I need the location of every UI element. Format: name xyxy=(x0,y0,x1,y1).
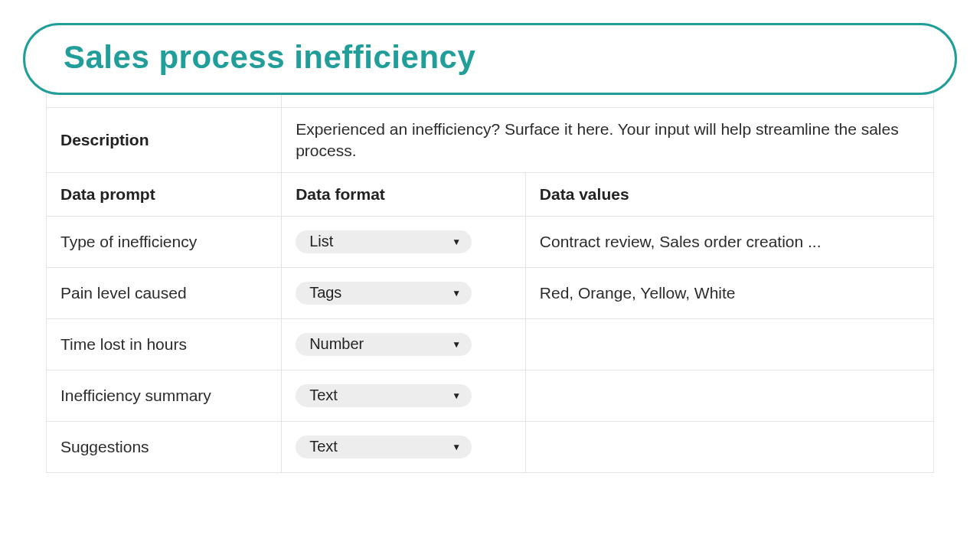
table-row: Type of inefficiency List ▼ Contract rev… xyxy=(47,217,934,268)
page-title: Sales process inefficiency xyxy=(64,39,916,76)
prompt-cell: Suggestions xyxy=(47,422,282,473)
chevron-down-icon: ▼ xyxy=(452,442,461,452)
page-title-capsule: Sales process inefficiency xyxy=(23,23,957,95)
table-row: Inefficiency summary Text ▼ xyxy=(47,370,934,422)
format-selected-label: Number xyxy=(309,335,364,353)
config-table-container: Description Experienced an inefficiency?… xyxy=(46,80,934,473)
format-selected-label: Text xyxy=(309,387,338,404)
prompt-cell: Type of inefficiency xyxy=(47,217,282,268)
format-cell: Number ▼ xyxy=(282,319,526,370)
prompt-cell: Inefficiency summary xyxy=(47,370,282,422)
chevron-down-icon: ▼ xyxy=(452,288,461,299)
prompt-cell: Time lost in hours xyxy=(47,319,282,370)
format-cell: List ▼ xyxy=(282,217,526,268)
prompt-cell: Pain level caused xyxy=(47,268,282,319)
format-cell: Tags ▼ xyxy=(282,268,526,319)
values-cell xyxy=(525,370,933,422)
format-dropdown-time-lost[interactable]: Number ▼ xyxy=(296,333,472,356)
chevron-down-icon: ▼ xyxy=(452,237,461,247)
format-selected-label: Text xyxy=(309,438,338,455)
format-cell: Text ▼ xyxy=(282,370,526,422)
format-dropdown-pain-level[interactable]: Tags ▼ xyxy=(296,282,472,305)
header-data-prompt: Data prompt xyxy=(47,173,282,217)
table-row: Suggestions Text ▼ xyxy=(47,422,934,473)
chevron-down-icon: ▼ xyxy=(452,390,461,401)
format-dropdown-type-of-inefficiency[interactable]: List ▼ xyxy=(296,230,472,253)
table-row: Pain level caused Tags ▼ Red, Orange, Ye… xyxy=(47,268,934,319)
config-table: Description Experienced an inefficiency?… xyxy=(46,80,934,473)
values-cell xyxy=(525,422,933,473)
chevron-down-icon: ▼ xyxy=(452,339,461,350)
format-dropdown-suggestions[interactable]: Text ▼ xyxy=(296,436,472,458)
format-dropdown-inefficiency-summary[interactable]: Text ▼ xyxy=(296,384,472,407)
values-cell: Red, Orange, Yellow, White xyxy=(525,268,933,319)
table-row: Time lost in hours Number ▼ xyxy=(47,319,934,370)
description-value: Experienced an inefficiency? Surface it … xyxy=(282,107,934,173)
format-cell: Text ▼ xyxy=(282,422,526,473)
column-headers-row: Data prompt Data format Data values xyxy=(47,173,934,217)
description-label: Description xyxy=(47,107,282,173)
format-selected-label: Tags xyxy=(309,284,341,302)
header-data-format: Data format xyxy=(282,173,526,217)
format-selected-label: List xyxy=(309,233,333,250)
values-cell: Contract review, Sales order creation ..… xyxy=(525,217,933,268)
description-row: Description Experienced an inefficiency?… xyxy=(47,107,934,173)
values-cell xyxy=(525,319,933,370)
header-data-values: Data values xyxy=(525,173,933,217)
